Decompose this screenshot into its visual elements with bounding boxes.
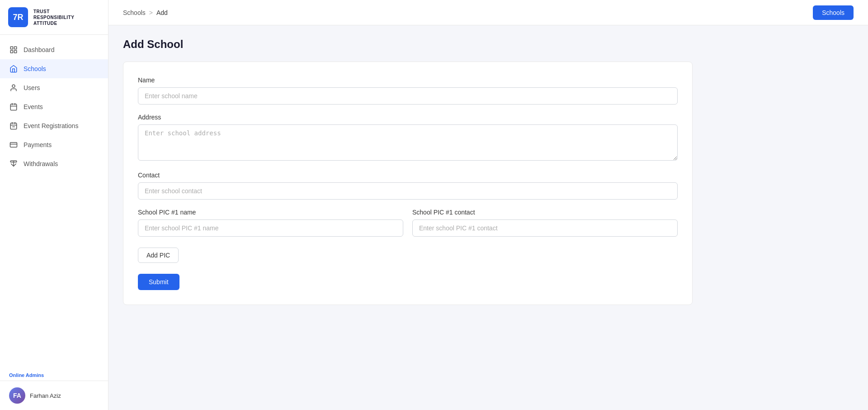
address-label: Address [138, 114, 678, 121]
sidebar-item-withdrawals[interactable]: Withdrawals [0, 154, 108, 173]
content-area: Add School Name Address Contact School P… [108, 25, 868, 410]
topbar: Schools > Add Schools [108, 0, 868, 25]
svg-rect-5 [10, 104, 17, 110]
sidebar-item-payments[interactable]: Payments [0, 135, 108, 154]
schools-button[interactable]: Schools [813, 5, 854, 20]
page-title: Add School [123, 38, 854, 51]
submit-button[interactable]: Submit [138, 274, 179, 290]
contact-input[interactable] [138, 182, 678, 200]
svg-point-4 [12, 85, 15, 87]
svg-rect-14 [10, 143, 17, 148]
sidebar-item-label-dashboard: Dashboard [24, 46, 55, 53]
schools-icon [9, 64, 18, 73]
brand-tagline: TRUST RESPONSIBILITY ATTITUDE [33, 9, 74, 26]
sidebar-nav: Dashboard Schools Users [0, 35, 108, 365]
brand-logo-icon: 7R [8, 7, 28, 27]
sidebar-item-label-event-registrations: Event Registrations [24, 122, 78, 129]
user-name: Farhan Aziz [30, 392, 61, 399]
sidebar-item-label-withdrawals: Withdrawals [24, 160, 58, 167]
sidebar-logo: 7R TRUST RESPONSIBILITY ATTITUDE [0, 0, 108, 35]
name-input[interactable] [138, 87, 678, 105]
users-icon [9, 83, 18, 92]
pic1-contact-form-group: School PIC #1 contact [412, 209, 678, 237]
breadcrumb: Schools > Add [123, 9, 168, 16]
main-content: Schools > Add Schools Add School Name Ad… [108, 0, 868, 410]
breadcrumb-separator: > [149, 9, 153, 16]
pic1-contact-label: School PIC #1 contact [412, 209, 678, 216]
add-pic-button[interactable]: Add PIC [138, 248, 179, 263]
pic1-name-input[interactable] [138, 219, 403, 237]
sidebar-user: FA Farhan Aziz [0, 381, 108, 410]
svg-rect-9 [10, 123, 17, 129]
sidebar-item-label-events: Events [24, 103, 43, 110]
submit-section: Submit [138, 274, 678, 290]
pic1-name-form-group: School PIC #1 name [138, 209, 403, 237]
events-icon [9, 102, 18, 111]
sidebar-item-schools[interactable]: Schools [0, 59, 108, 78]
pic-row: School PIC #1 name School PIC #1 contact [138, 209, 678, 237]
address-form-group: Address [138, 114, 678, 162]
sidebar-item-event-registrations[interactable]: Event Registrations [0, 116, 108, 135]
withdrawals-icon [9, 159, 18, 168]
breadcrumb-current: Add [156, 9, 168, 16]
contact-label: Contact [138, 172, 678, 179]
svg-rect-3 [14, 51, 17, 53]
pic1-contact-input[interactable] [412, 219, 678, 237]
svg-rect-1 [14, 47, 17, 49]
name-label: Name [138, 76, 678, 84]
add-pic-section: Add PIC [138, 246, 678, 274]
sidebar-item-label-payments: Payments [24, 141, 52, 148]
sidebar-item-users[interactable]: Users [0, 78, 108, 97]
dashboard-icon [9, 45, 18, 54]
event-reg-icon [9, 121, 18, 130]
sidebar-item-label-schools: Schools [24, 65, 46, 72]
contact-form-group: Contact [138, 172, 678, 200]
sidebar-item-label-users: Users [24, 84, 40, 91]
avatar: FA [9, 387, 25, 404]
online-admins-label: Online Admins [0, 365, 108, 381]
add-school-form-card: Name Address Contact School PIC #1 name [123, 62, 693, 305]
address-textarea[interactable] [138, 124, 678, 161]
svg-rect-0 [10, 47, 13, 49]
name-form-group: Name [138, 76, 678, 105]
sidebar: 7R TRUST RESPONSIBILITY ATTITUDE Dashboa… [0, 0, 108, 410]
pic1-name-label: School PIC #1 name [138, 209, 403, 216]
payments-icon [9, 140, 18, 149]
sidebar-item-events[interactable]: Events [0, 97, 108, 116]
breadcrumb-schools-link[interactable]: Schools [123, 9, 146, 16]
svg-rect-2 [10, 51, 13, 53]
sidebar-item-dashboard[interactable]: Dashboard [0, 40, 108, 59]
